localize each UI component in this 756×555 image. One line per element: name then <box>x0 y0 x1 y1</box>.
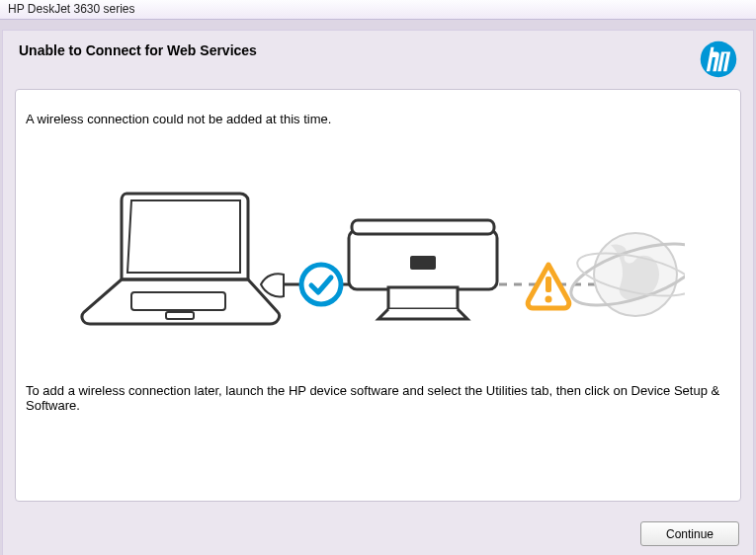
svg-rect-2 <box>166 312 194 319</box>
page-title: Unable to Connect for Web Services <box>19 42 257 58</box>
globe-web-icon <box>563 231 684 318</box>
laptop-icon <box>82 194 280 324</box>
content-card: A wireless connection could not be added… <box>15 89 741 502</box>
svg-rect-7 <box>388 287 458 309</box>
message-bottom: To add a wireless connection later, laun… <box>26 383 730 413</box>
message-top: A wireless connection could not be added… <box>26 112 730 126</box>
continue-button[interactable]: Continue <box>640 521 739 546</box>
svg-rect-6 <box>410 256 436 270</box>
svg-point-9 <box>545 296 551 303</box>
connection-diagram <box>26 156 730 354</box>
hp-logo-icon <box>700 42 737 81</box>
window-title: HP DeskJet 3630 series <box>8 2 135 16</box>
usb-plug-icon <box>261 274 284 296</box>
checkmark-circle-icon <box>301 265 341 304</box>
svg-rect-5 <box>352 220 494 234</box>
header-row: Unable to Connect for Web Services <box>3 31 753 89</box>
svg-point-3 <box>301 265 341 304</box>
printer-icon <box>349 220 497 319</box>
window-title-bar: HP DeskJet 3630 series <box>0 0 756 20</box>
svg-rect-1 <box>131 292 225 310</box>
dialog-frame: Unable to Connect for Web Services A wir… <box>2 30 754 555</box>
warning-triangle-icon <box>528 265 569 308</box>
button-row: Continue <box>640 521 739 546</box>
svg-rect-8 <box>546 277 551 292</box>
